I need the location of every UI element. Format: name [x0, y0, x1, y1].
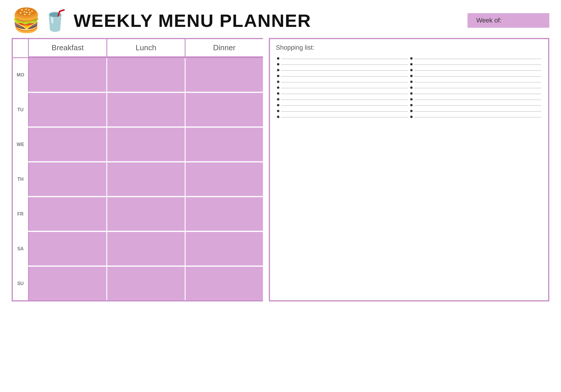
- th-lunch-cell[interactable]: [107, 162, 186, 196]
- list-item[interactable]: [409, 61, 542, 67]
- shopping-line: [414, 105, 541, 106]
- bullet-icon: [410, 98, 413, 100]
- list-item[interactable]: [276, 55, 409, 61]
- list-item[interactable]: [409, 114, 542, 120]
- shopping-line: [281, 65, 408, 65]
- shopping-line: [414, 70, 541, 71]
- bullet-icon: [410, 57, 413, 60]
- we-dinner-cell[interactable]: [186, 128, 263, 161]
- tu-lunch-cell[interactable]: [107, 93, 186, 126]
- shopping-line: [414, 94, 541, 94]
- th-breakfast-cell[interactable]: [29, 162, 107, 196]
- shopping-list-title: Shopping list:: [276, 44, 542, 51]
- bullet-icon: [277, 75, 279, 77]
- bullet-icon: [410, 81, 413, 83]
- sa-dinner-cell[interactable]: [186, 232, 263, 266]
- list-item[interactable]: [276, 73, 409, 79]
- list-item[interactable]: [409, 108, 542, 114]
- list-item[interactable]: [276, 102, 409, 108]
- shopping-line: [414, 76, 541, 77]
- burger-icon: 🍔: [12, 9, 41, 32]
- list-item[interactable]: [276, 108, 409, 114]
- lunch-header: Lunch: [107, 39, 186, 57]
- bullet-icon: [277, 98, 279, 100]
- shopping-line: [414, 82, 541, 82]
- list-item[interactable]: [276, 114, 409, 120]
- page-header: 🍔 🥤 WEEKLY MENU PLANNER Week of:: [12, 9, 549, 32]
- planner-table: Breakfast Lunch Dinner MO TU WE: [12, 38, 263, 301]
- logo-area: 🍔 🥤: [12, 9, 68, 32]
- list-item[interactable]: [276, 96, 409, 102]
- list-item[interactable]: [409, 85, 542, 91]
- list-item[interactable]: [276, 67, 409, 73]
- mo-lunch-cell[interactable]: [107, 58, 186, 92]
- th-dinner-cell[interactable]: [186, 162, 263, 196]
- bullet-icon: [277, 110, 279, 112]
- bullet-icon: [277, 69, 279, 71]
- main-layout: Breakfast Lunch Dinner MO TU WE: [12, 38, 549, 301]
- breakfast-header: Breakfast: [29, 39, 107, 57]
- tu-dinner-cell[interactable]: [186, 93, 263, 126]
- shopping-line: [414, 100, 541, 100]
- list-item[interactable]: [409, 73, 542, 79]
- drink-icon: 🥤: [42, 10, 68, 31]
- sa-breakfast-cell[interactable]: [29, 232, 107, 266]
- week-of-field[interactable]: Week of:: [468, 13, 549, 28]
- day-label-sa: SA: [13, 232, 29, 266]
- tu-breakfast-cell[interactable]: [29, 93, 107, 126]
- day-label-th: TH: [13, 162, 29, 196]
- planner-header-row: Breakfast Lunch Dinner: [13, 39, 263, 58]
- mo-dinner-cell[interactable]: [186, 58, 263, 92]
- bullet-icon: [277, 116, 279, 118]
- shopping-line: [414, 65, 541, 65]
- list-item[interactable]: [276, 85, 409, 91]
- list-item[interactable]: [409, 67, 542, 73]
- shopping-line: [281, 111, 408, 112]
- fr-dinner-cell[interactable]: [186, 197, 263, 231]
- day-label-su: SU: [13, 267, 29, 300]
- su-breakfast-cell[interactable]: [29, 267, 107, 300]
- day-label-we: WE: [13, 128, 29, 161]
- shopping-line: [281, 105, 408, 106]
- bullet-icon: [410, 116, 413, 118]
- list-item[interactable]: [276, 79, 409, 85]
- list-item[interactable]: [409, 91, 542, 96]
- list-item[interactable]: [276, 61, 409, 67]
- mo-breakfast-cell[interactable]: [29, 58, 107, 92]
- list-item[interactable]: [409, 55, 542, 61]
- fr-breakfast-cell[interactable]: [29, 197, 107, 231]
- shopping-line: [281, 76, 408, 77]
- bullet-icon: [277, 81, 279, 83]
- bullet-icon: [277, 63, 279, 65]
- bullet-icon: [410, 75, 413, 77]
- table-row: SU: [13, 267, 263, 300]
- we-lunch-cell[interactable]: [107, 128, 186, 161]
- su-lunch-cell[interactable]: [107, 267, 186, 300]
- day-label-fr: FR: [13, 197, 29, 231]
- shopping-line: [281, 117, 408, 117]
- page-title: WEEKLY MENU PLANNER: [74, 10, 311, 31]
- table-row: MO: [13, 58, 263, 93]
- table-row: WE: [13, 128, 263, 162]
- corner-cell: [13, 39, 29, 57]
- table-row: TU: [13, 93, 263, 128]
- list-item[interactable]: [409, 96, 542, 102]
- we-breakfast-cell[interactable]: [29, 128, 107, 161]
- bullet-icon: [410, 92, 413, 95]
- shopping-line: [414, 111, 541, 112]
- bullet-icon: [410, 86, 413, 89]
- fr-lunch-cell[interactable]: [107, 197, 186, 231]
- su-dinner-cell[interactable]: [186, 267, 263, 300]
- shopping-line: [414, 117, 541, 117]
- day-label-mo: MO: [13, 58, 29, 92]
- bullet-icon: [410, 110, 413, 112]
- shopping-line: [281, 94, 408, 94]
- list-item[interactable]: [276, 91, 409, 96]
- list-item[interactable]: [409, 102, 542, 108]
- sa-lunch-cell[interactable]: [107, 232, 186, 266]
- table-row: SA: [13, 232, 263, 267]
- shopping-section: Shopping list:: [269, 38, 549, 301]
- dinner-header: Dinner: [186, 39, 263, 57]
- list-item[interactable]: [409, 79, 542, 85]
- shopping-list-grid: [276, 55, 542, 120]
